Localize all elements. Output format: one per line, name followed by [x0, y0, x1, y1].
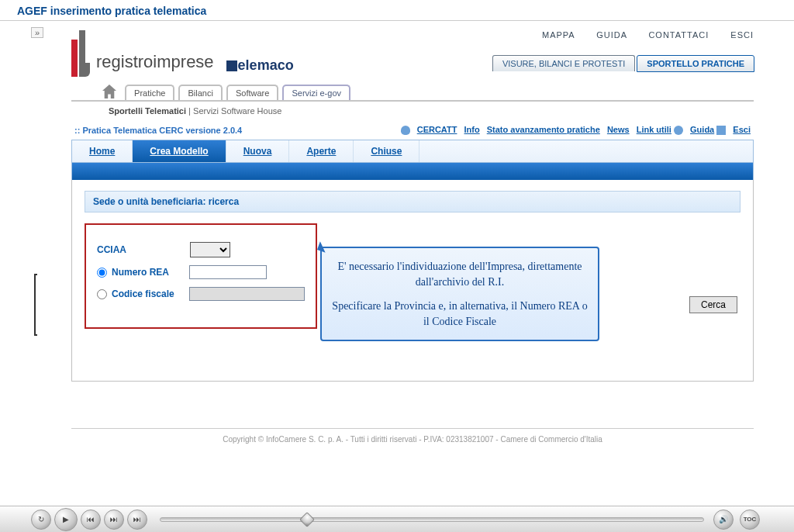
nav-mappa[interactable]: MAPPA [542, 30, 575, 40]
tab-bilanci[interactable]: Bilanci [178, 85, 222, 100]
user-icon [401, 126, 410, 135]
tab-servizi-egov[interactable]: Servizi e-gov [282, 85, 350, 100]
link-cercatt[interactable]: CERCATT [417, 125, 457, 134]
logo-block: registroimprese elemaco [71, 30, 294, 77]
tab-software[interactable]: Software [226, 85, 278, 100]
tab-home[interactable]: Home [72, 140, 133, 162]
blue-tabs: Home Crea Modello Nuova Aperte Chiuse [71, 140, 754, 163]
tab-nuova[interactable]: Nuova [226, 140, 290, 162]
tab-chiuse[interactable]: Chiuse [354, 140, 419, 162]
codice-fiscale-input[interactable] [189, 287, 305, 301]
home-icon[interactable] [102, 85, 116, 98]
search-box: CCIAA Numero REA Codice fiscale [85, 223, 317, 329]
telemaco-logo: elemaco [226, 57, 294, 74]
link-utili[interactable]: Link utili [637, 125, 671, 134]
callout-line-1: E' necessario l'individuazione dell'Impr… [331, 259, 589, 289]
cciaa-select[interactable] [190, 242, 230, 257]
nav-guida[interactable]: GUIDA [596, 30, 627, 40]
cf-label: Codice fiscale [112, 288, 189, 299]
breadcrumb: Sportelli Telematici | Servizi Software … [71, 106, 754, 116]
exit-icon [716, 126, 726, 135]
radio-codice-fiscale[interactable] [97, 289, 107, 299]
link-news[interactable]: News [607, 125, 630, 134]
logo-text: registroimprese [96, 52, 214, 72]
footer-copyright: Copyright © InfoCamere S. C. p. A. - Tut… [71, 428, 754, 447]
expand-button[interactable]: » [31, 27, 43, 38]
numero-rea-input[interactable] [189, 265, 267, 279]
link-info[interactable]: Info [464, 125, 480, 134]
cerca-button[interactable]: Cerca [689, 296, 737, 313]
callout-tooltip: E' necessario l'individuazione dell'Impr… [320, 247, 599, 341]
radio-numero-rea[interactable] [97, 268, 107, 278]
subtab-sportello[interactable]: SPORTELLO PRATICHE [637, 55, 754, 72]
rea-label: Numero REA [112, 267, 189, 278]
nav-contattaci[interactable]: CONTATTACI [648, 30, 709, 40]
page-title: AGEF inserimento pratica telematica [0, 0, 794, 21]
top-nav: MAPPA GUIDA CONTATTACI ESCI [523, 30, 754, 40]
registroimprese-logo-icon [71, 30, 90, 77]
help-icon [674, 126, 683, 135]
link-guida[interactable]: Guida [690, 125, 714, 134]
cciaa-label: CCIAA [97, 244, 190, 255]
version-line: :: Pratica Telematica CERC versione 2.0.… [74, 126, 242, 135]
toolbar-right: CERCATT Info Stato avanzamento pratiche … [401, 125, 751, 135]
subtab-visure[interactable]: VISURE, BILANCI E PROTESTI [492, 55, 635, 71]
tab-aperte[interactable]: Aperte [289, 140, 354, 162]
panel-title: Sede o unità beneficiaria: ricerca [85, 191, 740, 212]
link-stato[interactable]: Stato avanzamento pratiche [487, 125, 600, 134]
tab-crea-modello[interactable]: Crea Modello [133, 140, 226, 162]
callout-line-2: Specificare la Provincia e, in alternati… [331, 299, 589, 329]
link-esci[interactable]: Esci [733, 125, 751, 134]
annotation-bracket [34, 274, 37, 336]
tab-pratiche[interactable]: Pratiche [125, 85, 174, 100]
nav-esci[interactable]: ESCI [730, 30, 754, 40]
